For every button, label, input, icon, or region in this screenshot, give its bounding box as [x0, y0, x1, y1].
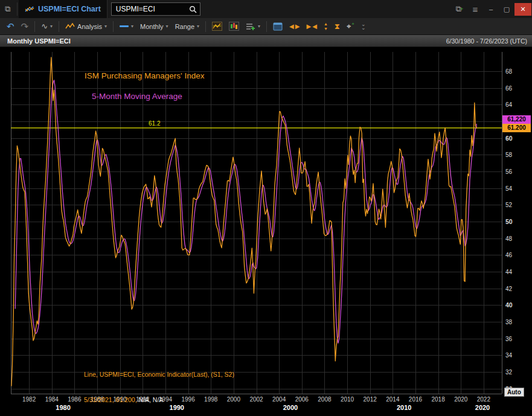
arrow-left-icon: ◀ — [289, 24, 294, 30]
sma-price-tag: 61,220 — [502, 115, 531, 124]
redo-button[interactable]: ↷ — [18, 20, 32, 33]
last-price-tag: 61.200 — [502, 124, 531, 132]
symbol-search-input[interactable] — [115, 4, 189, 14]
curve-type-dropdown[interactable]: ▾ — [117, 20, 136, 33]
chart-app-icon — [25, 5, 34, 13]
caret-down-icon: ▾ — [258, 24, 260, 29]
menu-button[interactable]: ≡ — [467, 2, 483, 16]
chart-legend[interactable]: Line, USPMI=ECI, Economic Indicator(Last… — [84, 353, 245, 416]
range-label: Range — [175, 23, 194, 30]
pan-range-button[interactable]: ◀ ▶ — [286, 20, 303, 33]
analysis-icon — [65, 23, 75, 30]
candlestick-style-button[interactable] — [226, 20, 242, 33]
undo-button[interactable]: ↶ — [4, 20, 18, 33]
new-window-button[interactable] — [270, 20, 286, 33]
legend-line-na-values: N/A, N/A — [137, 396, 164, 403]
compress-range-button[interactable]: ▶ ◀ — [303, 20, 319, 33]
close-button[interactable]: ✕ — [514, 3, 531, 16]
sma-series — [15, 80, 476, 344]
popout-icon: ⧉ — [5, 4, 10, 14]
redo-icon: ↷ — [21, 21, 29, 32]
line-segment-icon — [120, 25, 129, 27]
chart-title: Monthly USPMI=ECI — [7, 37, 71, 45]
line-style-dropdown[interactable]: ∿ ▾ — [38, 20, 56, 33]
hamburger-icon: ≡ — [473, 4, 478, 14]
legend-line-values: 5/31/2021, 61.200, N/A, N/A — [84, 395, 245, 404]
arrow-down-icon: ▼ — [324, 27, 328, 31]
caret-down-icon: ▾ — [104, 24, 107, 29]
caret-down-icon: ▾ — [197, 24, 199, 29]
chart-window: ⧉ USPMI=ECI Chart ⧉ + ≡ — [0, 0, 532, 416]
more-tools-button[interactable]: ⌄ ⌄ — [358, 20, 369, 33]
titlebar-controls: ⧉ + ≡ – ▢ ✕ — [452, 0, 532, 18]
analysis-label: Analysis — [77, 23, 102, 30]
legend-line-last-value: 5/31/2021, 61.200, — [84, 396, 137, 403]
candlestick-style-icon — [229, 22, 239, 31]
auto-scale-button[interactable]: Auto — [504, 388, 524, 397]
titlebar-divider — [17, 2, 18, 16]
caret-down-icon: ▾ — [166, 24, 168, 29]
analysis-dropdown[interactable]: Analysis ▾ — [62, 20, 110, 33]
chart-panel: 3032343638404244464850525456586062646668… — [0, 47, 532, 416]
add-analysis-dropdown[interactable]: ▾ — [243, 20, 263, 33]
arrow-left-icon: ◀ — [312, 24, 317, 30]
add-analysis-icon — [246, 22, 255, 31]
plus-icon: + — [351, 21, 354, 27]
line-chart-style-icon — [212, 22, 222, 31]
arrow-right-icon: ▶ — [306, 24, 311, 30]
symbol-search-box[interactable] — [111, 2, 200, 16]
caret-down-icon: ▾ — [131, 24, 133, 29]
crosshair-button[interactable]: ⌖ + — [344, 20, 357, 33]
chart-header: Monthly USPMI=ECI 6/30/1980 - 7/26/2023 … — [0, 35, 532, 47]
time-window-button[interactable]: ⧗ — [332, 20, 343, 33]
caret-down-icon: ▾ — [50, 24, 53, 29]
threshold-line-label[interactable]: 61.2 — [149, 120, 160, 127]
window-icon — [273, 22, 283, 31]
app-tab-title: USPMI=ECI Chart — [38, 5, 101, 13]
add-to-layout-button[interactable]: ⧉ + — [452, 2, 467, 16]
search-icon[interactable] — [189, 5, 197, 13]
vertical-scale-button[interactable]: ▲ ▼ — [321, 20, 331, 33]
interval-label: Monthly — [140, 23, 164, 30]
toolbar-divider — [34, 21, 35, 32]
chart-date-range: 6/30/1980 - 7/26/2023 (UTC) — [446, 37, 527, 45]
title-bar: ⧉ USPMI=ECI Chart ⧉ + ≡ — [0, 0, 532, 19]
open-popout-button[interactable]: ⧉ — [0, 2, 16, 16]
arrow-up-icon: ▲ — [324, 22, 328, 26]
chart-annotation-title[interactable]: ISM Purchasing Managers' Index — [85, 71, 204, 80]
interval-dropdown[interactable]: Monthly ▾ — [137, 20, 171, 33]
chart-app-tab[interactable]: USPMI=ECI Chart — [19, 0, 107, 18]
toolbar-divider — [59, 21, 59, 32]
maximize-button[interactable]: ▢ — [499, 3, 514, 16]
crosshair-icon: ⌖ — [347, 22, 351, 31]
range-dropdown[interactable]: Range ▾ — [172, 20, 202, 33]
chart-canvas[interactable] — [0, 47, 532, 416]
minimize-button[interactable]: – — [483, 3, 499, 16]
chart-style-button[interactable] — [209, 20, 225, 33]
undo-icon: ↶ — [7, 21, 14, 32]
maximize-icon: ▢ — [504, 5, 510, 13]
zigzag-icon: ∿ — [41, 22, 48, 31]
toolbar: ↶ ↷ ∿ ▾ Analysis ▾ ▾ Monthly ▾ Range ▾ — [0, 18, 532, 35]
hourglass-icon: ⧗ — [335, 22, 340, 30]
legend-line-series[interactable]: Line, USPMI=ECI, Economic Indicator(Last… — [84, 370, 245, 379]
chart-annotation-subtitle[interactable]: 5-Month Moving Average — [92, 92, 182, 101]
toolbar-divider — [266, 21, 267, 32]
minimize-icon: – — [489, 5, 493, 13]
plus-icon: + — [460, 6, 463, 12]
close-icon: ✕ — [520, 5, 525, 13]
arrow-right-icon: ▶ — [295, 24, 300, 30]
toolbar-divider — [113, 21, 114, 32]
toolbar-divider — [205, 21, 206, 32]
chevron-down-icon: ⌄ — [361, 27, 366, 30]
